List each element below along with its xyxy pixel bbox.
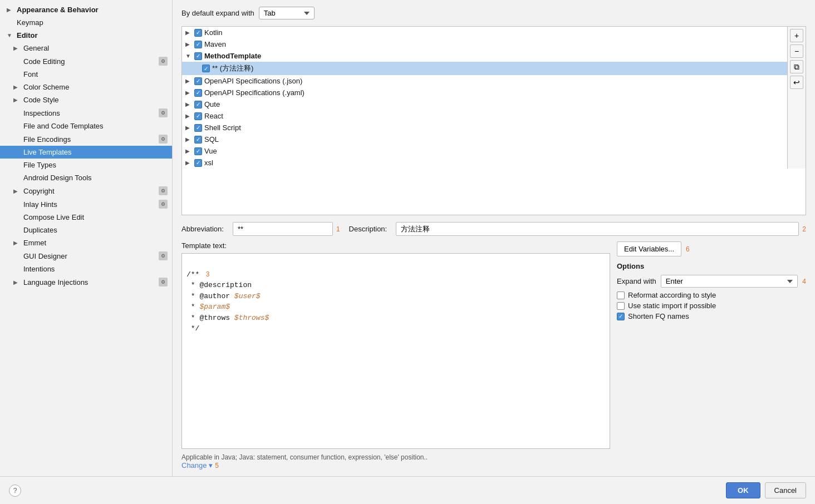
tree-row-openapi-yaml[interactable]: ▶✓OpenAPI Specifications (.yaml) — [182, 87, 787, 98]
change-link[interactable]: Change ▾ — [181, 461, 213, 470]
reformat-checkbox[interactable] — [617, 291, 625, 299]
edit-variables-button[interactable]: Edit Variables... — [617, 241, 681, 256]
sidebar-item-label: File Types — [23, 161, 56, 169]
sidebar-item-file-types[interactable]: File Types — [0, 159, 172, 171]
change-number: 5 — [215, 462, 219, 470]
template-code: /** 3 * @description * @author $user$ * … — [186, 258, 605, 345]
static-import-checkbox[interactable] — [617, 302, 625, 310]
sidebar-item-gui-designer[interactable]: GUI Designer⚙ — [0, 249, 172, 263]
revert-template-button[interactable]: ↩ — [790, 76, 803, 89]
sidebar-item-general[interactable]: ▶General — [0, 42, 172, 55]
sidebar-item-label: Language Injections — [23, 278, 88, 286]
tree-chevron-icon: ▶ — [185, 125, 192, 131]
tree-label-shell-script: Shell Script — [204, 123, 241, 132]
shorten-fq-row: ✓ Shorten FQ names — [617, 312, 806, 320]
sidebar-item-label: Appearance & Behavior — [17, 6, 99, 14]
help-button[interactable]: ? — [9, 485, 21, 497]
form-area: Abbreviation: 1 Description: 2 — [181, 215, 806, 470]
tree-chevron-icon: ▼ — [185, 53, 192, 59]
shorten-fq-checkbox[interactable]: ✓ — [617, 313, 625, 320]
tree-row-react[interactable]: ▶✓React — [182, 110, 787, 122]
tree-checkbox-react[interactable]: ✓ — [194, 112, 202, 120]
chevron-icon: ▶ — [13, 84, 21, 90]
static-import-label: Use static import if possible — [628, 302, 716, 310]
sidebar-item-file-code-templates[interactable]: File and Code Templates — [0, 120, 172, 132]
sidebar-item-compose-live-edit[interactable]: Compose Live Edit — [0, 211, 172, 224]
sidebar-item-label: Inlay Hints — [23, 200, 57, 209]
applicable-section: Applicable in Java; Java: statement, con… — [181, 452, 610, 470]
description-number: 2 — [802, 225, 806, 233]
ok-button[interactable]: OK — [726, 482, 760, 498]
add-template-button[interactable]: + — [790, 29, 803, 42]
sidebar-item-intentions[interactable]: Intentions — [0, 263, 172, 275]
abbreviation-label: Abbreviation: — [181, 225, 224, 233]
top-bar: By default expand with Tab Enter Space — [181, 7, 806, 19]
tree-row-qute[interactable]: ▶✓Qute — [182, 98, 787, 110]
tree-checkbox-kotlin[interactable]: ✓ — [194, 29, 202, 37]
expand-with-select[interactable]: Enter Tab Space — [661, 275, 798, 288]
tree-label-qute: Qute — [204, 100, 220, 108]
tree-row-xsl[interactable]: ▶✓xsl — [182, 157, 787, 169]
tree-checkbox-openapi-yaml[interactable]: ✓ — [194, 89, 202, 97]
sidebar-item-copyright[interactable]: ▶Copyright⚙ — [0, 184, 172, 197]
sidebar-item-label: Emmet — [23, 239, 46, 247]
description-input[interactable] — [396, 222, 799, 236]
tree-row-method-template-child[interactable]: ✓** (方法注释) — [182, 62, 787, 75]
tree-row-openapi-json[interactable]: ▶✓OpenAPI Specifications (.json) — [182, 75, 787, 87]
tree-row-shell-script[interactable]: ▶✓Shell Script — [182, 122, 787, 134]
tree-row-maven[interactable]: ▶✓Maven — [182, 38, 787, 50]
tree-checkbox-sql[interactable]: ✓ — [194, 136, 202, 144]
tree-row-method-template[interactable]: ▼✓MethodTemplate — [182, 50, 787, 62]
sidebar-item-emmet[interactable]: ▶Emmet — [0, 236, 172, 249]
sidebar-item-font[interactable]: Font — [0, 68, 172, 81]
tree-label-method-template-child: ** (方法注释) — [212, 63, 253, 73]
tree-chevron-icon: ▶ — [185, 41, 192, 47]
sidebar-item-live-templates[interactable]: Live Templates — [0, 146, 172, 159]
tree-label-maven: Maven — [204, 40, 226, 48]
sidebar-item-code-editing[interactable]: Code Editing⚙ — [0, 55, 172, 68]
sidebar-item-inlay-hints[interactable]: Inlay Hints⚙ — [0, 197, 172, 211]
tree-checkbox-shell-script[interactable]: ✓ — [194, 124, 202, 132]
tree-checkbox-method-template-child[interactable]: ✓ — [202, 65, 210, 72]
sidebar-item-duplicates[interactable]: Duplicates — [0, 224, 172, 236]
cancel-button[interactable]: Cancel — [765, 482, 806, 498]
dialog-body: ▶Appearance & BehaviorKeymap▼Editor▶Gene… — [0, 0, 815, 476]
sidebar-item-label: Keymap — [17, 18, 43, 27]
tree-row-sql[interactable]: ▶✓SQL — [182, 134, 787, 145]
sidebar-item-label: Code Editing — [23, 57, 65, 66]
tree-label-sql: SQL — [204, 135, 219, 144]
chevron-icon: ▶ — [13, 188, 21, 194]
sidebar-item-file-encodings[interactable]: File Encodings⚙ — [0, 132, 172, 146]
template-textarea[interactable]: /** 3 * @description * @author $user$ * … — [181, 253, 610, 449]
tree-checkbox-vue[interactable]: ✓ — [194, 147, 202, 155]
tree-sidebar-buttons: + − ⧉ ↩ — [787, 27, 806, 169]
copy-template-button[interactable]: ⧉ — [790, 60, 803, 73]
tree-checkbox-method-template[interactable]: ✓ — [194, 52, 202, 60]
expand-default-select[interactable]: Tab Enter Space — [259, 7, 315, 19]
sidebar-item-inspections[interactable]: Inspections⚙ — [0, 106, 172, 120]
sidebar-item-appearance[interactable]: ▶Appearance & Behavior — [0, 3, 172, 16]
tree-row-kotlin[interactable]: ▶✓Kotlin — [182, 27, 787, 38]
abbreviation-input[interactable] — [233, 222, 333, 236]
remove-template-button[interactable]: − — [790, 45, 803, 58]
sidebar: ▶Appearance & BehaviorKeymap▼Editor▶Gene… — [0, 0, 173, 476]
tree-checkbox-maven[interactable]: ✓ — [194, 41, 202, 48]
sidebar-item-color-scheme[interactable]: ▶Color Scheme — [0, 81, 172, 93]
sidebar-item-code-style[interactable]: ▶Code Style — [0, 93, 172, 106]
sidebar-item-label: GUI Designer — [23, 252, 67, 260]
tree-checkbox-qute[interactable]: ✓ — [194, 101, 202, 108]
sidebar-item-android-design[interactable]: Android Design Tools — [0, 171, 172, 184]
tree-label-vue: Vue — [204, 147, 217, 155]
sidebar-item-label: Duplicates — [23, 226, 57, 234]
tree-chevron-icon: ▶ — [185, 78, 192, 84]
sidebar-item-label: Editor — [17, 31, 38, 39]
tree-checkbox-xsl[interactable]: ✓ — [194, 159, 202, 167]
sidebar-item-editor[interactable]: ▼Editor — [0, 29, 172, 42]
tree-panel-inner: ▶✓Kotlin▶✓Maven▼✓MethodTemplate✓** (方法注释… — [182, 27, 806, 169]
sidebar-item-keymap[interactable]: Keymap — [0, 16, 172, 29]
sidebar-item-language-injections[interactable]: ▶Language Injections⚙ — [0, 275, 172, 289]
chevron-icon: ▶ — [13, 97, 21, 103]
tree-checkbox-openapi-json[interactable]: ✓ — [194, 77, 202, 85]
tree-row-vue[interactable]: ▶✓Vue — [182, 145, 787, 157]
tree-chevron-icon: ▶ — [185, 136, 192, 142]
